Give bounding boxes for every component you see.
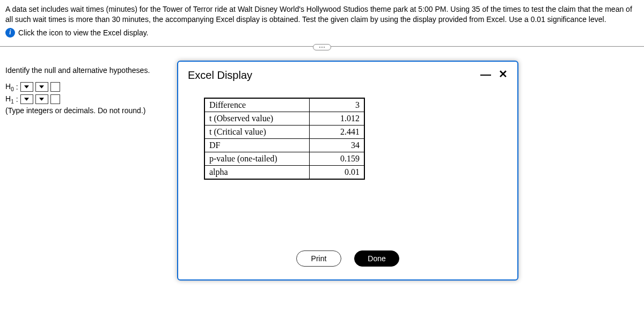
- chevron-down-icon: [24, 85, 29, 89]
- cell-value: 1.012: [309, 112, 364, 125]
- table-row: Difference 3: [204, 98, 364, 112]
- done-button[interactable]: Done: [354, 250, 399, 267]
- h0-colon: :: [16, 83, 18, 91]
- cell-label: p-value (one-tailed): [204, 152, 309, 165]
- cell-label: t (Critical value): [204, 125, 309, 138]
- table-row: DF 34: [204, 138, 364, 152]
- print-button[interactable]: Print: [296, 250, 341, 267]
- info-row-text: Click the icon to view the Excel display…: [18, 28, 149, 37]
- h1-value-input[interactable]: [50, 94, 60, 104]
- excel-output-table: Difference 3 t (Observed value) 1.012 t …: [204, 98, 365, 180]
- chevron-down-icon: [39, 85, 44, 89]
- h1-label: H1: [5, 94, 14, 105]
- h1-param-dropdown[interactable]: [20, 94, 33, 104]
- cell-value: 0.159: [309, 152, 364, 165]
- table-row: alpha 0.01: [204, 165, 364, 179]
- cell-label: DF: [204, 138, 309, 152]
- h0-label: H0: [5, 82, 14, 92]
- table-row: t (Critical value) 2.441: [204, 125, 364, 138]
- excel-display-dialog: Excel Display — ✕ Difference 3 t (Observ…: [177, 61, 518, 281]
- cell-label: Difference: [204, 98, 309, 112]
- input-note: (Type integers or decimals. Do not round…: [5, 106, 172, 115]
- cell-value: 2.441: [309, 125, 364, 138]
- expand-handle[interactable]: [313, 44, 331, 50]
- problem-statement: A data set includes wait times (minutes)…: [5, 4, 639, 25]
- h1-relation-dropdown[interactable]: [35, 94, 48, 104]
- h0-row: H0:: [5, 82, 172, 92]
- info-icon[interactable]: i: [5, 28, 15, 38]
- cell-value: 0.01: [309, 165, 364, 179]
- hypothesis-prompt: Identify the null and alternative hypoth…: [5, 66, 172, 75]
- chevron-down-icon: [24, 98, 29, 101]
- dialog-title: Excel Display: [188, 69, 252, 82]
- close-button[interactable]: ✕: [499, 69, 508, 79]
- cell-value: 3: [309, 98, 364, 112]
- cell-label: alpha: [204, 165, 309, 179]
- h0-relation-dropdown[interactable]: [35, 82, 48, 92]
- cell-label: t (Observed value): [204, 112, 309, 125]
- chevron-down-icon: [39, 98, 44, 101]
- h0-param-dropdown[interactable]: [20, 82, 33, 92]
- h0-value-input[interactable]: [50, 82, 60, 92]
- cell-value: 34: [309, 138, 364, 152]
- minimize-button[interactable]: —: [480, 69, 490, 79]
- table-row: p-value (one-tailed) 0.159: [204, 152, 364, 165]
- table-row: t (Observed value) 1.012: [204, 112, 364, 125]
- h1-row: H1:: [5, 94, 172, 105]
- h1-colon: :: [16, 95, 18, 104]
